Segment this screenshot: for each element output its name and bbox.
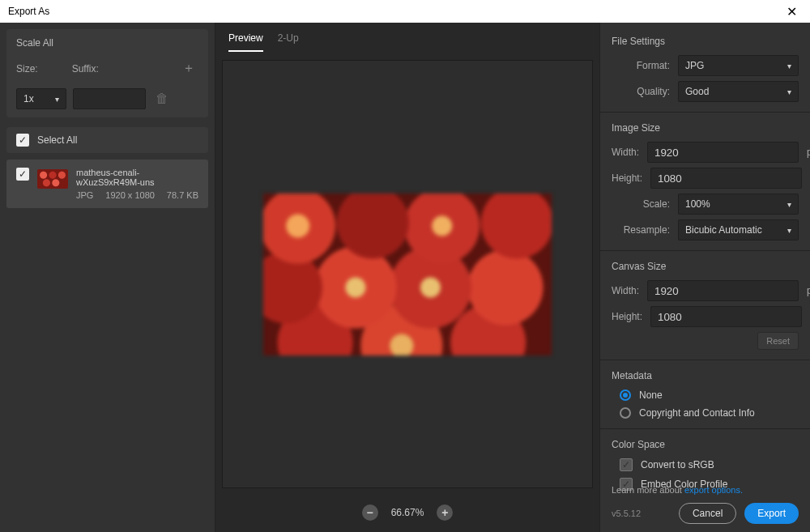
zoom-value: 66.67% bbox=[391, 507, 424, 518]
format-dropdown[interactable]: JPG ▾ bbox=[678, 55, 799, 76]
close-icon[interactable]: ✕ bbox=[782, 2, 802, 21]
scale-dropdown[interactable]: 100% ▾ bbox=[678, 194, 799, 215]
center-panel: Preview 2-Up − 66.67% + bbox=[215, 23, 599, 532]
quality-label: Quality: bbox=[612, 86, 670, 97]
size-label: Size: bbox=[16, 63, 38, 74]
canvas-width-label: Width: bbox=[612, 285, 639, 296]
chevron-down-icon: ▾ bbox=[55, 95, 59, 104]
preview-area[interactable] bbox=[222, 60, 593, 488]
convert-srgb-label: Convert to sRGB bbox=[641, 459, 714, 470]
asset-meta: matheus-cenali-wXuzS9xR49M-uns JPG 1920 … bbox=[76, 168, 198, 200]
scale-all-title: Scale All bbox=[16, 37, 198, 49]
unit-px: px bbox=[807, 285, 810, 296]
image-height-input[interactable] bbox=[650, 168, 802, 189]
right-panel: File Settings Format: JPG ▾ Quality: Goo… bbox=[599, 23, 810, 532]
metadata-title: Metadata bbox=[612, 370, 799, 381]
window-title: Export As bbox=[8, 6, 49, 17]
tab-preview[interactable]: Preview bbox=[228, 32, 263, 52]
resample-value: Bicubic Automatic bbox=[685, 224, 762, 236]
zoom-in-icon[interactable]: + bbox=[437, 504, 453, 521]
trash-icon[interactable]: 🗑 bbox=[152, 88, 172, 109]
canvas-size-title: Canvas Size bbox=[612, 261, 799, 272]
asset-row[interactable]: matheus-cenali-wXuzS9xR49M-uns JPG 1920 … bbox=[6, 160, 208, 208]
asset-dimensions: 1920 x 1080 bbox=[105, 190, 155, 200]
scale-value: 100% bbox=[685, 198, 710, 210]
zoom-bar: − 66.67% + bbox=[215, 496, 599, 532]
unit-px: px bbox=[807, 147, 810, 158]
chevron-down-icon: ▾ bbox=[787, 226, 791, 235]
preview-tabs: Preview 2-Up bbox=[215, 23, 599, 52]
reset-button[interactable]: Reset bbox=[757, 332, 799, 350]
quality-dropdown[interactable]: Good ▾ bbox=[678, 81, 799, 102]
chevron-down-icon: ▾ bbox=[787, 62, 791, 70]
scale-all-panel: Scale All Size: Suffix: ＋ 1x ▾ 🗑 bbox=[6, 29, 208, 117]
export-button[interactable]: Export bbox=[744, 503, 799, 524]
convert-srgb-checkbox[interactable] bbox=[620, 458, 633, 471]
select-all-checkbox[interactable] bbox=[16, 134, 29, 147]
size-dropdown[interactable]: 1x ▾ bbox=[16, 88, 66, 109]
file-settings-title: File Settings bbox=[612, 36, 799, 47]
footer: Learn more about export options. v5.5.12… bbox=[612, 485, 799, 524]
format-value: JPG bbox=[685, 60, 704, 71]
canvas-height-label: Height: bbox=[612, 311, 642, 322]
image-width-input[interactable] bbox=[647, 142, 799, 163]
metadata-none-radio[interactable] bbox=[620, 389, 631, 401]
metadata-copyright-radio[interactable] bbox=[620, 407, 631, 419]
height-label: Height: bbox=[612, 172, 642, 184]
version-label: v5.5.12 bbox=[612, 509, 641, 518]
export-options-link[interactable]: export options. bbox=[684, 485, 743, 495]
cancel-button[interactable]: Cancel bbox=[679, 503, 736, 524]
learn-more-label: Learn more about bbox=[612, 485, 684, 495]
width-label: Width: bbox=[612, 147, 639, 158]
suffix-label: Suffix: bbox=[72, 63, 99, 74]
left-panel: Scale All Size: Suffix: ＋ 1x ▾ 🗑 Select … bbox=[0, 23, 215, 532]
color-space-title: Color Space bbox=[612, 439, 799, 450]
select-all-label: Select All bbox=[37, 134, 77, 146]
size-value: 1x bbox=[23, 93, 34, 104]
asset-checkbox[interactable] bbox=[16, 168, 29, 181]
scale-label: Scale: bbox=[612, 198, 670, 210]
suffix-input[interactable] bbox=[73, 88, 146, 109]
resample-label: Resample: bbox=[612, 224, 670, 236]
titlebar: Export As ✕ bbox=[0, 0, 810, 23]
quality-value: Good bbox=[685, 86, 709, 97]
asset-format: JPG bbox=[76, 190, 93, 200]
canvas-height-input[interactable] bbox=[650, 306, 802, 327]
zoom-out-icon[interactable]: − bbox=[362, 504, 378, 521]
asset-thumbnail bbox=[37, 169, 68, 189]
format-label: Format: bbox=[612, 60, 670, 71]
asset-size: 78.7 KB bbox=[167, 190, 198, 200]
canvas-width-input[interactable] bbox=[647, 280, 799, 301]
chevron-down-icon: ▾ bbox=[787, 87, 791, 96]
image-size-title: Image Size bbox=[612, 122, 799, 134]
metadata-none-label: None bbox=[639, 389, 663, 401]
asset-name: matheus-cenali-wXuzS9xR49M-uns bbox=[76, 168, 198, 187]
select-all-panel: Select All bbox=[6, 127, 208, 153]
resample-dropdown[interactable]: Bicubic Automatic ▾ bbox=[678, 219, 799, 240]
tab-two-up[interactable]: 2-Up bbox=[278, 32, 299, 52]
add-size-icon[interactable]: ＋ bbox=[179, 57, 198, 80]
preview-image bbox=[263, 194, 552, 355]
chevron-down-icon: ▾ bbox=[787, 200, 791, 209]
metadata-copyright-label: Copyright and Contact Info bbox=[639, 407, 755, 419]
